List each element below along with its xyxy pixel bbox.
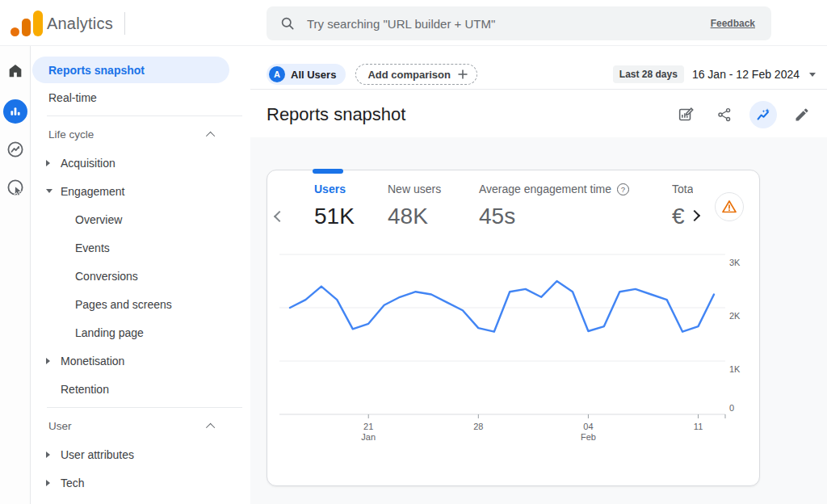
collapse-chevron-icon [206,131,215,140]
brand-name: Analytics [47,15,113,33]
nav-engagement[interactable]: Engagement [31,177,250,205]
advertising-icon[interactable] [3,175,27,200]
brand-divider [124,12,125,35]
analytics-app: Analytics Feedback Reports snapshot [0,0,827,504]
expand-arrow-icon [46,358,50,364]
svg-text:28: 28 [473,422,483,431]
metric-tab-total-revenue[interactable]: Total revenue € [672,182,693,229]
svg-text:2K: 2K [729,311,741,321]
nav-user-attributes[interactable]: User attributes [31,440,250,468]
metric-tab-users[interactable]: Users 51K [314,182,355,229]
brand[interactable]: Analytics [8,10,125,37]
edit-report-button[interactable] [788,101,816,128]
nav-tech[interactable]: Tech [31,468,250,497]
explore-icon[interactable] [3,137,27,162]
nav-divider [47,116,242,116]
nav-engagement-events[interactable]: Events [31,233,250,262]
help-icon[interactable]: ? [617,183,629,195]
dropdown-caret-icon [809,73,816,77]
nav-engagement-overview[interactable]: Overview [31,205,250,233]
nav-section-life-cycle[interactable]: Life cycle [31,120,250,149]
customise-chart-button[interactable] [672,101,699,128]
search-icon [279,15,296,32]
metric-tab-avg-engagement-time[interactable]: Average engagement time ? 45s [479,182,629,229]
report-nav: Reports snapshot Real-time Life cycle Ac… [31,46,250,504]
logo-bar-short [22,19,31,36]
date-preset-badge: Last 28 days [613,65,684,83]
add-comparison-button[interactable]: Add comparison [355,64,477,85]
svg-text:Feb: Feb [581,432,596,442]
top-bar: Analytics Feedback [0,0,827,46]
report-actions [672,101,816,128]
users-line-chart: 01K2K3K21Jan2804Feb11 [267,243,761,449]
nav-engagement-landing-page[interactable]: Landing page [31,318,250,346]
date-range-picker[interactable]: Last 28 days 16 Jan - 12 Feb 2024 [613,65,816,83]
svg-text:3K: 3K [729,258,741,267]
svg-text:21: 21 [363,422,373,431]
feedback-link[interactable]: Feedback [711,18,755,29]
nav-engagement-pages-screens[interactable]: Pages and screens [31,290,250,318]
share-button[interactable] [711,101,738,128]
overview-card: Users 51K New users 48K Average engageme… [267,170,760,486]
logo-bar-tall [33,10,43,36]
search-input[interactable] [307,17,711,31]
selected-metric-indicator [313,169,343,174]
home-icon[interactable] [3,59,27,83]
scroll-metrics-left-icon[interactable] [274,211,285,222]
reports-icon[interactable] [3,99,27,124]
nav-reports-snapshot[interactable]: Reports snapshot [32,57,229,83]
data-quality-warning-icon[interactable] [715,192,744,221]
date-range-text: 16 Jan - 12 Feb 2024 [692,68,800,81]
nav-acquisition[interactable]: Acquisition [31,149,250,177]
svg-text:04: 04 [583,422,593,431]
page-title: Reports snapshot [267,104,405,125]
expand-arrow-icon [46,480,50,486]
all-users-chip[interactable]: A All Users [267,64,346,85]
logo-dot [10,27,19,36]
analytics-logo-icon [8,10,45,37]
title-row: Reports snapshot [267,101,816,128]
metric-tab-new-users[interactable]: New users 48K [388,182,441,229]
nav-monetisation[interactable]: Monetisation [31,346,250,375]
collapse-arrow-icon [46,189,52,193]
nav-section-user[interactable]: User [31,412,250,440]
svg-text:0: 0 [729,403,734,413]
collapse-chevron-icon [206,422,215,431]
insights-button[interactable] [749,101,777,128]
nav-engagement-conversions[interactable]: Conversions [31,262,250,290]
icon-rail [0,46,31,504]
nav-retention[interactable]: Retention [31,375,250,403]
search-bar[interactable]: Feedback [267,6,771,40]
svg-text:11: 11 [694,422,703,431]
expand-arrow-icon [46,452,50,458]
nav-divider [47,407,242,408]
header-divider [250,89,827,90]
plus-icon [457,69,468,80]
nav-realtime[interactable]: Real-time [32,83,229,111]
comparison-avatar: A [269,66,285,82]
main-content: A All Users Add comparison Last 28 days … [250,46,827,504]
expand-arrow-icon [46,160,50,166]
svg-text:Jan: Jan [361,432,376,442]
comparison-bar: A All Users Add comparison Last 28 days … [267,64,816,85]
svg-text:1K: 1K [729,364,741,374]
